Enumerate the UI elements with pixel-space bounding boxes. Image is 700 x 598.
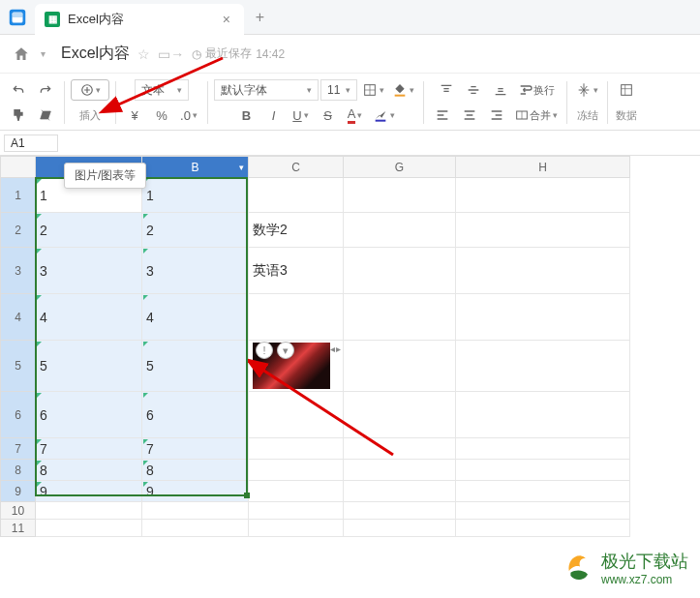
cell[interactable] xyxy=(344,502,456,520)
column-header-G[interactable]: G xyxy=(344,157,456,178)
cell[interactable]: 6 xyxy=(142,392,249,438)
highlight-button[interactable]: ▾ xyxy=(370,104,398,127)
cell[interactable] xyxy=(456,392,630,438)
cell[interactable]: 3 xyxy=(142,248,249,294)
cell[interactable] xyxy=(142,520,249,537)
cell[interactable]: 6 xyxy=(36,392,142,438)
underline-button[interactable]: U▾ xyxy=(289,104,314,127)
cell[interactable] xyxy=(456,481,630,502)
font-select[interactable]: 默认字体▾ xyxy=(214,79,319,101)
row-header[interactable]: 1 xyxy=(1,178,36,213)
cell[interactable] xyxy=(456,520,630,537)
row-header[interactable]: 5 xyxy=(1,341,36,392)
bold-button[interactable]: B xyxy=(234,104,259,127)
cell[interactable] xyxy=(344,520,456,537)
cell[interactable]: 1 xyxy=(142,178,249,213)
home-icon[interactable] xyxy=(10,43,33,66)
cell[interactable] xyxy=(344,438,456,460)
text-color-button[interactable]: A▾ xyxy=(343,104,368,127)
cell[interactable] xyxy=(249,460,344,481)
row-header[interactable]: 10 xyxy=(1,502,36,520)
dropdown-hint-icon[interactable]: ▾ xyxy=(277,342,294,359)
italic-button[interactable]: I xyxy=(261,104,287,127)
wrap-button[interactable]: 换行 xyxy=(515,78,558,102)
cell[interactable]: 数学2 xyxy=(249,213,344,248)
cell[interactable]: 8 xyxy=(142,460,249,481)
cell[interactable] xyxy=(249,520,344,537)
cell[interactable]: 4 xyxy=(142,294,249,341)
cell[interactable] xyxy=(249,502,344,520)
cell[interactable] xyxy=(249,178,344,213)
cell[interactable] xyxy=(456,294,630,341)
cell[interactable] xyxy=(249,481,344,502)
cell[interactable] xyxy=(344,213,456,248)
cell[interactable] xyxy=(456,213,630,248)
data-button[interactable] xyxy=(614,78,639,102)
cell[interactable]: 7 xyxy=(142,438,249,460)
close-icon[interactable]: × xyxy=(219,12,234,27)
align-left-button[interactable] xyxy=(430,104,455,127)
column-header-C[interactable]: C xyxy=(249,157,344,178)
cell[interactable] xyxy=(344,248,456,294)
cell[interactable] xyxy=(456,438,630,460)
row-header[interactable]: 2 xyxy=(1,213,36,248)
cell[interactable] xyxy=(456,178,630,213)
row-header[interactable]: 3 xyxy=(1,248,36,294)
star-icon[interactable]: ☆ xyxy=(137,46,150,62)
info-icon[interactable]: ! xyxy=(256,342,273,359)
column-header-B[interactable]: B▾ xyxy=(142,157,249,178)
cell[interactable] xyxy=(249,438,344,460)
cell[interactable]: 英语3 xyxy=(249,248,344,294)
row-header[interactable]: 6 xyxy=(1,392,36,438)
align-right-button[interactable] xyxy=(484,104,509,127)
cell[interactable] xyxy=(249,392,344,438)
merge-button[interactable]: 合并▾ xyxy=(511,104,561,127)
cell[interactable]: 2 xyxy=(142,213,249,248)
cell[interactable]: 3 xyxy=(36,248,142,294)
cell[interactable] xyxy=(456,248,630,294)
document-title[interactable]: Excel内容 xyxy=(61,44,130,64)
format-painter-button[interactable] xyxy=(6,104,31,127)
row-header[interactable]: 9 xyxy=(1,481,36,502)
cell[interactable] xyxy=(36,502,142,520)
undo-button[interactable] xyxy=(6,78,31,102)
valign-top-button[interactable] xyxy=(434,78,459,102)
cell[interactable] xyxy=(344,460,456,481)
column-scroll-indicator[interactable]: ◂▸ xyxy=(323,338,347,359)
clear-format-button[interactable] xyxy=(33,104,58,127)
cell[interactable]: 5 xyxy=(36,341,142,392)
cell[interactable] xyxy=(344,294,456,341)
cell[interactable] xyxy=(142,502,249,520)
decimal-button[interactable]: .0▾ xyxy=(176,104,201,127)
cell[interactable] xyxy=(36,520,142,537)
row-header[interactable]: 11 xyxy=(1,520,36,537)
cell-reference-input[interactable]: A1 xyxy=(4,135,58,152)
row-header[interactable]: 8 xyxy=(1,460,36,481)
fontsize-select[interactable]: 11▾ xyxy=(320,79,357,101)
cell[interactable]: 2 xyxy=(36,213,142,248)
cell[interactable]: 7 xyxy=(36,438,142,460)
spreadsheet[interactable]: A▾ B▾ C G H 111222数学2333英语34445556667778… xyxy=(0,156,630,537)
border-button[interactable]: ▾ xyxy=(359,78,387,102)
cell[interactable]: 9 xyxy=(36,481,142,502)
cell[interactable] xyxy=(456,502,630,520)
column-header-H[interactable]: H xyxy=(456,157,630,178)
insert-button[interactable]: ▾ xyxy=(71,79,109,101)
cell[interactable] xyxy=(249,294,344,341)
row-header[interactable]: 7 xyxy=(1,438,36,460)
folder-move-icon[interactable]: ▭→ xyxy=(158,46,184,62)
cell[interactable] xyxy=(344,341,456,392)
redo-button[interactable] xyxy=(33,78,58,102)
percent-button[interactable]: % xyxy=(149,104,174,127)
freeze-button[interactable]: ▾ xyxy=(573,78,601,102)
cell[interactable] xyxy=(344,481,456,502)
cell[interactable]: 8 xyxy=(36,460,142,481)
align-center-button[interactable] xyxy=(457,104,482,127)
valign-mid-button[interactable] xyxy=(461,78,486,102)
chevron-down-icon[interactable]: ▾ xyxy=(41,48,46,59)
currency-button[interactable]: ¥ xyxy=(122,104,147,127)
strike-button[interactable]: S xyxy=(316,104,341,127)
cell[interactable] xyxy=(344,392,456,438)
format-select[interactable]: 文本▾ xyxy=(135,79,189,101)
cell[interactable] xyxy=(456,460,630,481)
